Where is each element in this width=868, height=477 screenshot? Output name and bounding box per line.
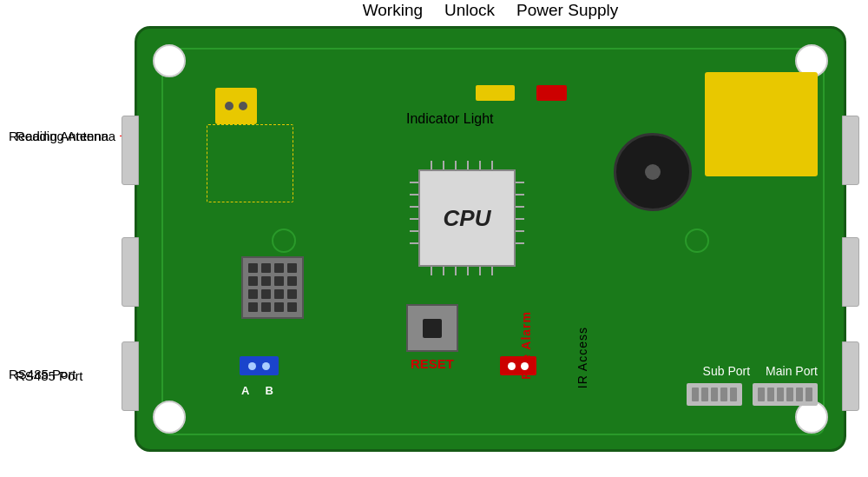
corner-hole-tl <box>153 44 186 77</box>
corner-hole-bl <box>153 401 186 434</box>
cpu-pin-t2 <box>443 161 444 169</box>
cpu-chip: CPU <box>418 169 516 267</box>
cpu-wrapper: CPU <box>406 157 528 279</box>
cpu-pin-r6 <box>516 242 524 244</box>
sub-port-strip <box>687 383 742 406</box>
ic-pin-15 <box>274 302 284 312</box>
antenna-dashed-area <box>207 124 293 202</box>
main-pin-2 <box>767 388 774 401</box>
left-connector-2 <box>122 237 139 307</box>
cpu-pin-l2 <box>410 194 418 195</box>
cpu-pin-b3 <box>455 267 457 275</box>
cpu-label: CPU <box>444 205 491 232</box>
antenna-pin-1 <box>225 102 233 110</box>
left-connector-1 <box>122 116 139 185</box>
ic-chip <box>241 256 304 319</box>
cpu-pin-l3 <box>410 206 418 208</box>
port-labels: Sub Port Main Port <box>703 364 818 378</box>
reset-wrapper: RESET <box>406 304 458 371</box>
ic-pin-3 <box>274 263 284 273</box>
ic-pin-4 <box>287 263 297 273</box>
ir-access-label: IR Access <box>575 327 589 388</box>
main-port-strip <box>753 383 818 406</box>
indicator-light-label: Indicator Light <box>406 111 494 127</box>
power-supply-label: Power Supply <box>516 1 618 20</box>
fa-pin-2 <box>521 362 529 370</box>
cpu-pin-t6 <box>491 161 493 169</box>
cpu-pin-l1 <box>410 182 418 183</box>
fa-pin-1 <box>508 362 516 370</box>
ic-pin-9 <box>248 289 258 299</box>
rs485-pin-2 <box>262 362 270 370</box>
cpu-pin-r3 <box>516 206 524 208</box>
reset-button[interactable] <box>423 319 442 338</box>
port-strips <box>687 383 818 406</box>
ic-pin-5 <box>248 276 258 286</box>
scene: Reading Antenna RS485 Port Working Unloc… <box>0 0 868 477</box>
cpu-pin-r5 <box>516 230 524 232</box>
led-red <box>536 85 567 101</box>
main-pin-4 <box>786 388 793 401</box>
cpu-pin-r4 <box>516 218 524 220</box>
right-connector-1 <box>842 116 859 185</box>
a-label: A <box>241 384 249 397</box>
sub-port-label: Sub Port <box>703 364 750 378</box>
sub-pin-4 <box>720 388 727 401</box>
ic-pin-2 <box>261 263 271 273</box>
cpu-pin-b1 <box>431 267 432 275</box>
cpu-pin-b2 <box>443 267 444 275</box>
rs485-text: RS485 Port <box>9 367 76 381</box>
antenna-pin-2 <box>239 102 247 110</box>
right-connector-2 <box>842 237 859 307</box>
main-pin-1 <box>758 388 765 401</box>
sub-pin-2 <box>701 388 708 401</box>
ic-pin-11 <box>274 289 284 299</box>
rs485-pin-1 <box>248 362 256 370</box>
main-port-label: Main Port <box>766 364 818 378</box>
sub-pin-3 <box>711 388 718 401</box>
ab-labels: A B <box>241 384 273 397</box>
led-yellow <box>476 85 515 101</box>
small-circle-right <box>685 229 709 253</box>
yellow-large-component <box>705 72 818 176</box>
pcb-board: Working Unlock Power Supply Indi <box>135 26 846 452</box>
buzzer-component <box>614 133 692 211</box>
cpu-pin-l5 <box>410 230 418 232</box>
ic-pin-13 <box>248 302 258 312</box>
ic-pin-14 <box>261 302 271 312</box>
yellow-antenna-connector <box>215 88 257 124</box>
cpu-pin-t4 <box>467 161 469 169</box>
main-pin-3 <box>777 388 784 401</box>
ic-pin-6 <box>261 276 271 286</box>
cpu-pin-t5 <box>479 161 481 169</box>
fire-alarm-connector <box>500 356 536 375</box>
cpu-pin-l4 <box>410 218 418 220</box>
main-pin-5 <box>796 388 803 401</box>
ic-pin-1 <box>248 263 258 273</box>
left-connector-3 <box>122 341 139 411</box>
port-area: Sub Port Main Port <box>687 364 818 406</box>
cpu-pin-t1 <box>431 161 432 169</box>
cpu-pin-b4 <box>467 267 469 275</box>
working-label: Working <box>363 1 423 20</box>
cpu-pin-r1 <box>516 182 524 183</box>
unlock-label: Unlock <box>444 1 495 20</box>
reset-component <box>406 304 458 352</box>
cpu-pin-b5 <box>479 267 481 275</box>
ic-pin-7 <box>274 276 284 286</box>
buzzer-inner <box>645 164 661 180</box>
small-circle-left <box>272 229 296 253</box>
right-connector-3 <box>842 341 859 411</box>
b-label: B <box>265 384 273 397</box>
reset-label: RESET <box>411 356 454 371</box>
ic-pin-12 <box>287 289 297 299</box>
ic-pin-10 <box>261 289 271 299</box>
ic-pin-8 <box>287 276 297 286</box>
main-pin-6 <box>806 388 812 401</box>
reading-antenna-text: Reading Antenna <box>9 129 108 143</box>
cpu-pin-b6 <box>491 267 493 275</box>
cpu-pin-r2 <box>516 194 524 195</box>
ic-pin-16 <box>287 302 297 312</box>
sub-pin-5 <box>730 388 737 401</box>
sub-pin-1 <box>692 388 699 401</box>
